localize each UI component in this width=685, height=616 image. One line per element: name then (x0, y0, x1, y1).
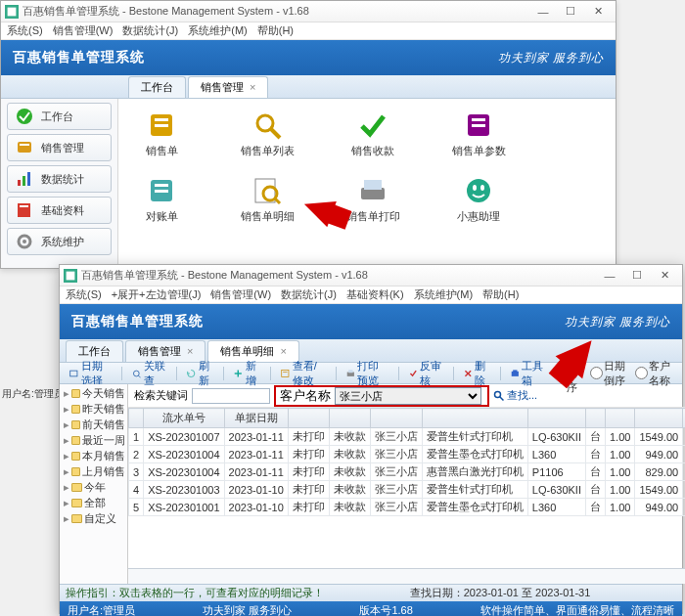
svg-point-15 (257, 115, 273, 131)
menu-item[interactable]: 基础资料(K) (346, 287, 404, 302)
status-bar: 操作指引：双击表格的一行，可查看对应的明细记录！ 查找日期：2023-01-01… (60, 584, 682, 601)
side-button[interactable]: 数据统计 (7, 165, 112, 193)
tree-node[interactable]: ▸全部 (62, 496, 125, 511)
workspace-icon[interactable]: 小惠助理 (445, 176, 512, 224)
svg-rect-4 (20, 144, 29, 146)
close-icon[interactable]: × (250, 81, 255, 93)
cell: XS-202301003 (144, 481, 224, 499)
folder-icon (71, 436, 80, 445)
column-header[interactable] (370, 409, 422, 428)
workspace-icon[interactable]: 销售单参数 (445, 110, 512, 158)
tree-node[interactable]: ▸前天销售 (62, 418, 125, 433)
view-radio[interactable] (635, 367, 648, 379)
toolbar-label: 查看/修改 (293, 359, 326, 388)
tree-node[interactable]: ▸今天销售 (62, 386, 125, 402)
menu-item[interactable]: 销售管理(W) (53, 23, 114, 38)
tree-node[interactable]: ▸今年 (62, 480, 125, 496)
tree-node[interactable]: ▸上月销售 (62, 464, 125, 480)
keyword-input[interactable] (192, 388, 270, 404)
side-button[interactable]: 销售管理 (7, 134, 112, 161)
maximize-button[interactable]: ☐ (623, 266, 651, 286)
search-icon (493, 390, 505, 402)
menu-item[interactable]: 系统维护(M) (188, 23, 248, 38)
view-radio[interactable] (590, 367, 603, 379)
module-icon (464, 176, 493, 205)
tree-node[interactable]: ▸本月销售 (62, 449, 125, 464)
svg-rect-41 (348, 370, 352, 373)
workspace-icon[interactable]: 销售收款 (340, 110, 406, 158)
close-button[interactable]: ✕ (584, 2, 612, 22)
tab[interactable]: 工作台 (128, 76, 186, 98)
column-header[interactable] (329, 409, 370, 428)
menubar: 系统(S)销售管理(W)数据统计(J)系统维护(M)帮助(H) (1, 22, 616, 40)
menu-item[interactable]: 系统维护(M) (414, 287, 474, 302)
tree-node[interactable]: ▸最近一周 (62, 433, 125, 449)
close-button[interactable]: ✕ (651, 266, 678, 286)
cell: 爱普生墨仓式打印机 (422, 446, 527, 463)
tab[interactable]: 销售管理× (188, 76, 268, 98)
view-option[interactable]: 客户名称 (635, 359, 676, 388)
maximize-button[interactable]: ☐ (557, 2, 584, 22)
column-header[interactable] (527, 409, 585, 428)
cell: XS-202301007 (144, 428, 224, 446)
folder-icon (71, 467, 80, 476)
table-row[interactable]: 1XS-2023010072023-01-11未打印未收款张三小店爱普生针式打印… (129, 428, 686, 446)
column-header[interactable]: 单据日期 (224, 409, 288, 428)
find-label: 查找... (507, 388, 537, 403)
cell: 张三小店 (370, 499, 422, 516)
column-header[interactable] (635, 409, 683, 428)
close-icon[interactable]: × (187, 345, 193, 357)
customer-select[interactable]: 张三小店 (335, 387, 481, 405)
cell: XS-202301004 (144, 446, 224, 463)
column-header[interactable] (129, 409, 144, 428)
menu-item[interactable]: 系统(S) (7, 23, 43, 38)
view-option[interactable]: 日期倒序 (590, 359, 631, 388)
slogan: 功夫到家 服务到心 (498, 50, 604, 66)
workspace-icon[interactable]: 销售单明细 (234, 176, 300, 224)
folder-icon (71, 499, 82, 507)
menu-item[interactable]: 数据统计(J) (281, 287, 337, 302)
data-grid[interactable]: 流水单号单据日期价格金额1XS-2023010072023-01-11未打印未收… (128, 408, 685, 516)
column-header[interactable] (585, 409, 605, 428)
find-button[interactable]: 查找... (493, 388, 537, 403)
side-button[interactable]: 系统维护 (7, 228, 112, 255)
column-header[interactable] (605, 409, 634, 428)
cell: 台 (585, 481, 605, 499)
banner: 百惠销售单管理系统 功夫到家 服务到心 (1, 40, 616, 75)
toolbar-icon (511, 368, 520, 379)
side-button[interactable]: 工作台 (7, 103, 112, 130)
toolbar-icon (234, 368, 243, 379)
menu-item[interactable]: 销售管理(W) (210, 287, 271, 302)
column-header[interactable] (422, 409, 527, 428)
menu-item[interactable]: 数据统计(J) (122, 23, 178, 38)
tree-node[interactable]: ▸昨天销售 (62, 402, 125, 418)
svg-line-47 (500, 396, 504, 400)
cell: 张三小店 (370, 481, 422, 499)
side-label: 数据统计 (41, 172, 84, 187)
close-icon[interactable]: × (280, 345, 286, 357)
menu-item[interactable]: +展开+左边管理(J) (112, 287, 202, 302)
workspace-icon[interactable]: 销售单 (128, 110, 195, 158)
table-row[interactable]: 2XS-2023010042023-01-11未打印未收款张三小店爱普生墨仓式打… (129, 446, 686, 463)
column-header[interactable] (288, 409, 329, 428)
cell: 未打印 (288, 481, 329, 499)
workspace-icon[interactable]: 对账单 (128, 176, 195, 224)
menu-item[interactable]: 帮助(H) (482, 287, 519, 302)
cell: 张三小店 (370, 463, 422, 481)
column-header[interactable]: 流水单号 (144, 409, 224, 428)
cell: L360 (527, 499, 585, 516)
side-button[interactable]: 基础资料 (7, 197, 112, 224)
menu-item[interactable]: 帮助(H) (257, 23, 294, 38)
svg-rect-1 (8, 7, 17, 16)
workspace-icon[interactable]: 销售单列表 (234, 110, 300, 158)
tree-node[interactable]: ▸自定义 (62, 511, 125, 527)
table-row[interactable]: 3XS-2023010042023-01-11未打印未收款张三小店惠普黑白激光打… (129, 463, 686, 481)
workspace-icons: 销售单销售单列表销售收款销售单参数对账单销售单明细销售单打印小惠助理 (118, 99, 616, 268)
table-row[interactable]: 4XS-2023010032023-01-10未打印未收款张三小店爱普生针式打印… (129, 481, 686, 499)
svg-rect-32 (67, 271, 75, 280)
footer-user: 用户名:管理员 (68, 603, 135, 617)
table-row[interactable]: 5XS-2023010012023-01-10未打印未收款张三小店爱普生墨仓式打… (129, 499, 686, 516)
menu-item[interactable]: 系统(S) (66, 287, 102, 302)
minimize-button[interactable]: — (596, 266, 623, 286)
minimize-button[interactable]: — (529, 2, 557, 22)
